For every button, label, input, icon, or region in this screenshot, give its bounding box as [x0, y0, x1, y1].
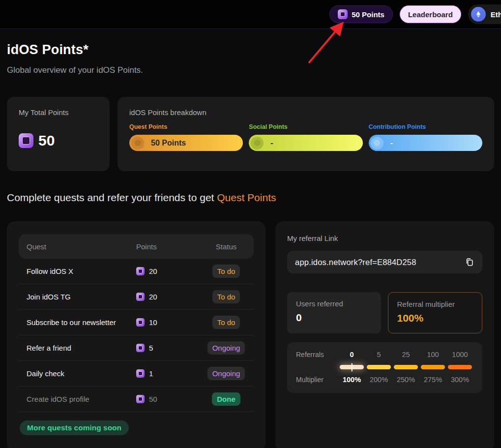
bar-knob: [131, 137, 144, 149]
users-referred-value: 0: [296, 312, 372, 324]
column-header-status: Status: [199, 242, 254, 251]
points-balance-label: 50 Points: [352, 10, 384, 19]
quest-points: 5: [149, 344, 153, 352]
status-badge[interactable]: Ongoing: [207, 367, 245, 380]
quest-points: 10: [149, 318, 157, 327]
tier-multiplier: 250%: [392, 376, 419, 384]
status-badge[interactable]: To do: [212, 290, 240, 303]
quest-points-bar: 50 Points: [129, 135, 243, 151]
tier-referrals: 25: [392, 351, 419, 358]
copy-button[interactable]: [464, 256, 475, 268]
quests-section-heading: Complete quests and refer your friends t…: [7, 192, 494, 204]
tier-multiplier: 100%: [338, 376, 365, 384]
points-balance-button[interactable]: 50 Points: [329, 5, 393, 23]
column-header-quest: Quest: [27, 242, 136, 251]
breakdown-title: idOS Points breakdown: [129, 108, 482, 117]
quest-name: Join idOS TG: [27, 293, 136, 301]
main-content: idOS Points* Global overview of your idO…: [0, 42, 501, 448]
tier-referrals: 100: [419, 351, 446, 358]
network-label: Ethereum: [491, 10, 501, 19]
bottom-cards-row: Quest Points Status Follow idOS X 20 To …: [7, 221, 494, 448]
contribution-points-breakdown: Contribution Points -: [369, 123, 482, 151]
users-referred-box: Users referred 0: [287, 292, 381, 333]
quest-name: Create idOS profile: [27, 395, 136, 403]
referral-multiplier-box: Referral multiplier 100%: [388, 292, 483, 333]
page-subtitle: Global overview of your idOS Points.: [7, 65, 494, 75]
tier-referrals: 5: [365, 351, 392, 358]
multiplier-row-label: Multiplier: [296, 376, 338, 384]
quest-name: Refer a friend: [27, 344, 136, 352]
tier-multiplier: 200%: [365, 376, 392, 384]
bar-knob: [371, 137, 383, 149]
quest-name: Follow idOS X: [27, 267, 136, 275]
contribution-points-label: Contribution Points: [369, 123, 482, 130]
summary-cards-row: My Total Points 50 idOS Points breakdown…: [7, 97, 494, 171]
social-points-label: Social Points: [249, 123, 362, 130]
leaderboard-button[interactable]: Leaderboard: [400, 5, 461, 23]
referral-card: My referral Link app.idos.network?ref=E8…: [275, 221, 494, 448]
bar-knob: [251, 137, 264, 149]
tier-referrals: 1000: [446, 351, 473, 358]
quest-points-value: 50 Points: [151, 139, 186, 148]
points-token-icon: [136, 344, 145, 352]
status-badge[interactable]: Done: [212, 392, 240, 406]
table-row[interactable]: Create idOS profile 50 Done: [19, 387, 254, 412]
points-token-icon: [19, 133, 33, 148]
copy-icon: [465, 257, 474, 267]
leaderboard-label: Leaderboard: [408, 10, 453, 19]
status-badge[interactable]: To do: [212, 316, 240, 329]
table-row[interactable]: Daily check 1 Ongoing: [19, 361, 254, 387]
total-points-value: 50: [38, 132, 55, 149]
social-points-bar: -: [249, 135, 362, 151]
contribution-points-value: -: [390, 139, 393, 148]
total-points-card: My Total Points 50: [7, 97, 110, 171]
quest-points-breakdown: Quest Points 50 Points: [129, 123, 243, 151]
quest-points: 20: [149, 293, 157, 301]
quest-table-header: Quest Points Status: [19, 234, 254, 259]
tier-multiplier: 300%: [446, 376, 473, 384]
contribution-points-bar: -: [369, 135, 482, 151]
top-navigation-bar: 50 Points Leaderboard Ethereum: [0, 0, 501, 29]
points-token-icon: [136, 267, 145, 275]
status-badge[interactable]: Ongoing: [207, 341, 245, 355]
heading-text: Complete quests and refer your friends t…: [7, 192, 217, 203]
points-token-icon: [136, 293, 145, 301]
referral-link-field[interactable]: app.idos.network?ref=E884D258: [287, 251, 482, 273]
points-token-icon: [338, 9, 348, 19]
points-token-icon: [136, 369, 145, 378]
table-row[interactable]: Follow idOS X 20 To do: [19, 259, 254, 284]
quest-points-label: Quest Points: [129, 123, 243, 130]
total-points-label: My Total Points: [19, 108, 98, 117]
table-row[interactable]: Subscribe to our newsletter 10 To do: [19, 310, 254, 335]
referral-link-title: My referral Link: [287, 234, 482, 242]
ethereum-icon: [471, 7, 486, 22]
page-title: idOS Points*: [7, 42, 494, 58]
tier-progress-segment: [367, 365, 391, 369]
points-token-icon: [136, 395, 145, 403]
users-referred-label: Users referred: [296, 299, 372, 308]
quest-name: Daily check: [27, 369, 136, 378]
tier-multiplier: 275%: [419, 376, 446, 384]
referrals-row-label: Referrals: [296, 351, 338, 358]
status-badge[interactable]: To do: [212, 265, 240, 278]
tier-progress-segment-active: [340, 365, 364, 369]
quest-points: 50: [149, 395, 157, 403]
points-token-icon: [136, 318, 145, 327]
referral-link-value: app.idos.network?ref=E884D258: [295, 258, 464, 267]
referral-multiplier-value: 100%: [397, 312, 473, 324]
referral-tiers-panel: Referrals 0 5 25 100 1000 Multiplier 100…: [287, 342, 482, 393]
quest-points: 20: [149, 267, 157, 275]
column-header-points: Points: [136, 242, 199, 251]
referral-multiplier-label: Referral multiplier: [397, 300, 473, 308]
table-row[interactable]: Refer a friend 5 Ongoing: [19, 335, 254, 361]
heading-highlight: Quest Points: [217, 192, 276, 203]
table-row[interactable]: Join idOS TG 20 To do: [19, 284, 254, 310]
current-position-marker: [351, 363, 353, 371]
quest-table-card: Quest Points Status Follow idOS X 20 To …: [7, 221, 265, 448]
quest-name: Subscribe to our newsletter: [27, 318, 136, 327]
network-selector-button[interactable]: Ethereum: [468, 4, 501, 24]
social-points-breakdown: Social Points -: [249, 123, 362, 151]
tier-progress-segment: [448, 365, 472, 369]
more-quests-badge: More quests coming soon: [20, 420, 129, 435]
tier-progress-segment: [394, 365, 418, 369]
